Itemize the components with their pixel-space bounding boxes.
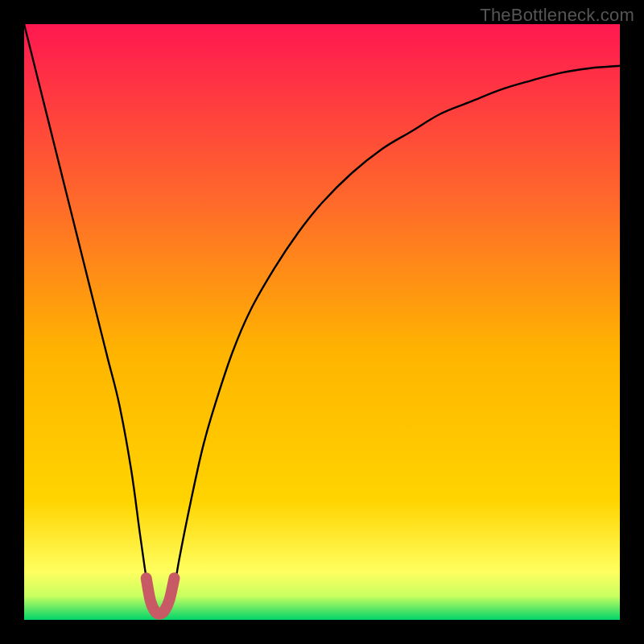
watermark-label: TheBottleneck.com (480, 5, 634, 26)
chart-frame: TheBottleneck.com (0, 0, 644, 644)
chart-svg (24, 24, 620, 620)
gradient-bg (24, 24, 620, 620)
plot-area (24, 24, 620, 620)
